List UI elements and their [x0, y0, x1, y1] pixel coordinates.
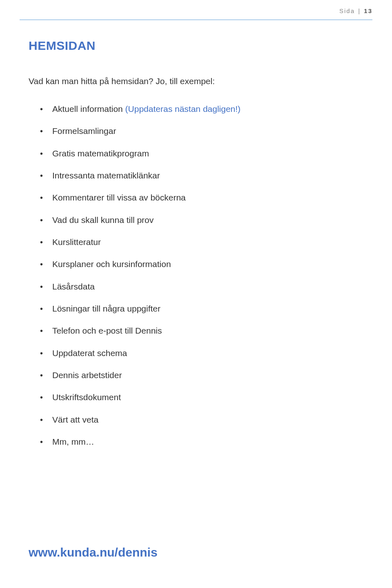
page-content: HEMSIDAN Vad kan man hitta på hemsidan? …: [29, 39, 368, 459]
list-item: Telefon och e-post till Dennis: [40, 325, 368, 336]
list-item-text: Uppdaterat schema: [52, 348, 127, 358]
page-title: HEMSIDAN: [29, 39, 368, 53]
list-item: Formelsamlingar: [40, 125, 368, 137]
list-item-text: Vad du skall kunna till prov: [52, 215, 154, 225]
list-item-text: Dennis arbetstider: [52, 370, 122, 380]
list-item-note: (Uppdateras nästan dagligen!): [125, 104, 241, 114]
list-item-text: Kommentarer till vissa av böckerna: [52, 193, 186, 202]
page-header-separator: |: [358, 7, 361, 14]
list-item-text: Aktuell information: [52, 104, 125, 114]
list-item: Läsårsdata: [40, 281, 368, 292]
bullet-list: Aktuell information (Uppdateras nästan d…: [40, 103, 368, 448]
list-item-text: Gratis matematikprogram: [52, 149, 149, 158]
list-item: Lösningar till några uppgifter: [40, 303, 368, 314]
list-item: Värt att veta: [40, 414, 368, 425]
list-item: Dennis arbetstider: [40, 370, 368, 381]
page-header: Sida | 13: [339, 7, 372, 14]
list-item-text: Telefon och e-post till Dennis: [52, 326, 162, 335]
page-header-label: Sida: [339, 7, 355, 14]
list-item-text: Värt att veta: [52, 415, 98, 424]
header-divider: [20, 20, 372, 20]
list-item: Mm, mm…: [40, 436, 368, 448]
list-item: Kurslitteratur: [40, 236, 368, 248]
page-number: 13: [364, 7, 372, 14]
list-item: Uppdaterat schema: [40, 347, 368, 359]
list-item-text: Kurslitteratur: [52, 237, 101, 247]
list-item: Kursplaner och kursinformation: [40, 258, 368, 270]
list-item-text: Kursplaner och kursinformation: [52, 259, 171, 269]
list-item-text: Läsårsdata: [52, 282, 95, 291]
intro-text: Vad kan man hitta på hemsidan? Jo, till …: [29, 76, 368, 86]
list-item: Vad du skall kunna till prov: [40, 214, 368, 226]
list-item-text: Utskriftsdokument: [52, 392, 121, 402]
list-item-text: Formelsamlingar: [52, 126, 116, 136]
list-item: Gratis matematikprogram: [40, 148, 368, 159]
footer-url: www.kunda.nu/dennis: [29, 546, 158, 559]
list-item-text: Lösningar till några uppgifter: [52, 304, 160, 313]
list-item: Utskriftsdokument: [40, 392, 368, 403]
list-item: Intressanta matematiklänkar: [40, 170, 368, 181]
list-item-text: Intressanta matematiklänkar: [52, 171, 160, 180]
list-item: Aktuell information (Uppdateras nästan d…: [40, 103, 368, 115]
list-item-text: Mm, mm…: [52, 437, 94, 446]
list-item: Kommentarer till vissa av böckerna: [40, 192, 368, 203]
